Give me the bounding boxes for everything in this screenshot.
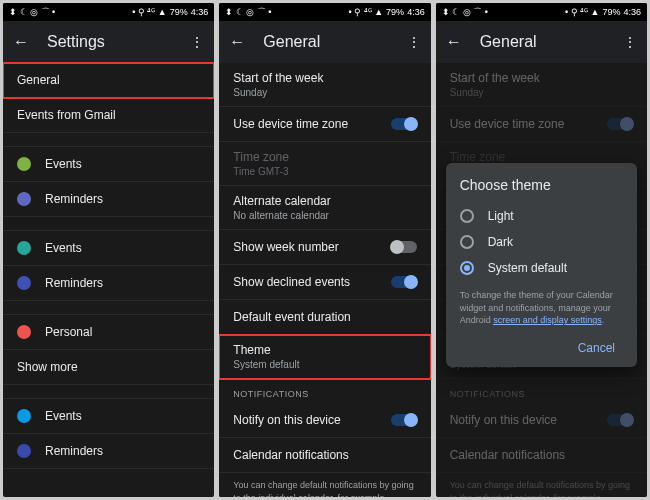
statusbar: ⬍ ☾ ◎ ⌒ • • ⚲ ⁴ᴳ ▲79%4:36 (3, 3, 214, 21)
row-duration[interactable]: Default event duration (219, 300, 430, 335)
row-notify-device[interactable]: Notify on this device (219, 403, 430, 438)
row-theme[interactable]: ThemeSystem default (219, 335, 430, 379)
row-alt-calendar[interactable]: Alternate calendarNo alternate calendar (219, 186, 430, 230)
row-calendar-notif: Calendar notifications (436, 438, 647, 473)
color-dot (17, 276, 31, 290)
more-icon[interactable]: ⋮ (407, 34, 421, 50)
link-display-settings[interactable]: screen and display settings (493, 315, 602, 325)
radio-on-icon (460, 261, 474, 275)
row-general[interactable]: General (3, 63, 214, 98)
row-start-week[interactable]: Start of the weekSunday (219, 63, 430, 107)
section-notifications: Notifications (219, 379, 430, 403)
statusbar: ⬍ ☾ ◎ ⌒ • • ⚲ ⁴ᴳ ▲79%4:36 (219, 3, 430, 21)
page-title: General (480, 33, 623, 51)
toggle-on-icon (607, 414, 633, 426)
header: ← General ⋮ (436, 21, 647, 63)
toggle-on-icon[interactable] (391, 414, 417, 426)
row-notify-device: Notify on this device (436, 403, 647, 438)
row-reminders-2[interactable]: Reminders (3, 266, 214, 301)
row-timezone: Time zoneTime GMT-3 (219, 142, 430, 186)
color-dot (17, 192, 31, 206)
screen-general: ⬍ ☾ ◎ ⌒ • • ⚲ ⁴ᴳ ▲79%4:36 ← General ⋮ St… (219, 3, 430, 497)
row-events-2[interactable]: Events (3, 231, 214, 266)
row-calendar-notif[interactable]: Calendar notifications (219, 438, 430, 473)
dialog-note: To change the theme of your Calendar wid… (460, 289, 623, 327)
row-start-week: Start of the weekSunday (436, 63, 647, 107)
header: ← Settings ⋮ (3, 21, 214, 63)
footnote: You can change default notifications by … (436, 473, 647, 497)
row-show-more[interactable]: Show more (3, 350, 214, 385)
row-device-tz: Use device time zone (436, 107, 647, 142)
footnote: You can change default notifications by … (219, 473, 430, 497)
row-week-number[interactable]: Show week number (219, 230, 430, 265)
toggle-off-icon[interactable] (391, 241, 417, 253)
back-icon: ← (446, 33, 464, 51)
toggle-on-icon (607, 118, 633, 130)
screen-theme-dialog: ⬍ ☾ ◎ ⌒ • • ⚲ ⁴ᴳ ▲79%4:36 ← General ⋮ St… (436, 3, 647, 497)
option-dark[interactable]: Dark (460, 229, 623, 255)
more-icon: ⋮ (623, 34, 637, 50)
dialog-title: Choose theme (460, 177, 623, 193)
page-title: General (263, 33, 406, 51)
back-icon[interactable]: ← (229, 33, 247, 51)
screen-settings: ⬍ ☾ ◎ ⌒ • • ⚲ ⁴ᴳ ▲79%4:36 ← Settings ⋮ G… (3, 3, 214, 497)
option-system-default[interactable]: System default (460, 255, 623, 281)
row-reminders-1[interactable]: Reminders (3, 182, 214, 217)
radio-off-icon (460, 209, 474, 223)
color-dot (17, 444, 31, 458)
cancel-button[interactable]: Cancel (570, 335, 623, 361)
row-reminders-3[interactable]: Reminders (3, 434, 214, 469)
toggle-on-icon[interactable] (391, 118, 417, 130)
toggle-on-icon[interactable] (391, 276, 417, 288)
color-dot (17, 325, 31, 339)
row-events-1[interactable]: Events (3, 147, 214, 182)
row-declined[interactable]: Show declined events (219, 265, 430, 300)
back-icon[interactable]: ← (13, 33, 31, 51)
row-events-gmail[interactable]: Events from Gmail (3, 98, 214, 133)
theme-dialog: Choose theme Light Dark System default T… (446, 163, 637, 367)
row-device-tz[interactable]: Use device time zone (219, 107, 430, 142)
row-personal[interactable]: Personal (3, 315, 214, 350)
header: ← General ⋮ (219, 21, 430, 63)
row-events-3[interactable]: Events (3, 399, 214, 434)
color-dot (17, 157, 31, 171)
more-icon[interactable]: ⋮ (190, 34, 204, 50)
radio-off-icon (460, 235, 474, 249)
color-dot (17, 241, 31, 255)
section-notifications: Notifications (436, 379, 647, 403)
statusbar: ⬍ ☾ ◎ ⌒ • • ⚲ ⁴ᴳ ▲79%4:36 (436, 3, 647, 21)
option-light[interactable]: Light (460, 203, 623, 229)
color-dot (17, 409, 31, 423)
page-title: Settings (47, 33, 190, 51)
